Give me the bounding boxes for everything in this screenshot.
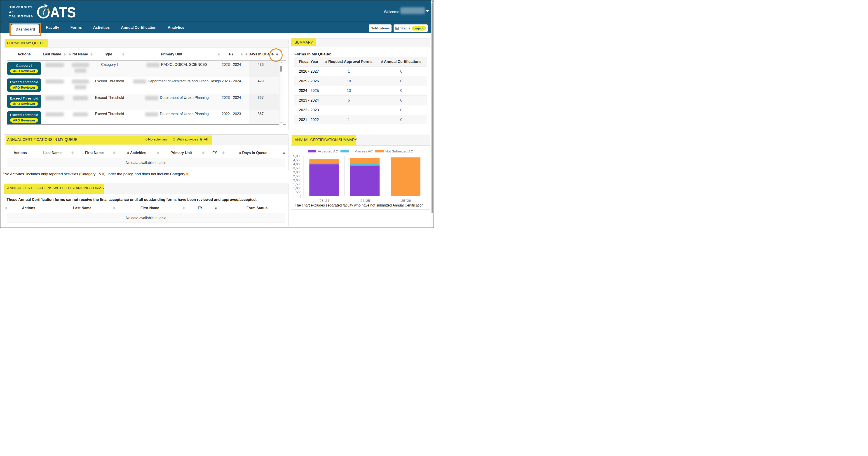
ac-outstanding-heading: ANNUAL CERTIFICATIONS WITH OUTSTANDING F… — [4, 183, 288, 194]
action-button[interactable]: Category IAPO Reviewer — [7, 62, 41, 75]
column-header-label: Primary Unit — [161, 52, 182, 56]
forms-table-body: Category IAPO ReviewerCategory IRADIOLOG… — [7, 61, 286, 125]
cell-type: Exceed Threshold — [89, 77, 130, 94]
sort-icon[interactable] — [3, 203, 8, 213]
legend-badge[interactable]: Legend — [412, 26, 426, 31]
legend-label: Not Submitted AC — [385, 149, 413, 153]
tab-activities[interactable]: Activities — [87, 25, 115, 30]
tab-faculty[interactable]: Faculty — [40, 25, 65, 30]
user-menu-caret-icon[interactable] — [426, 10, 429, 12]
radio-icon[interactable] — [173, 138, 175, 141]
summary-table-row: 2026 - 202710 — [294, 66, 427, 76]
annual-certifications-link[interactable]: 0 — [373, 67, 430, 76]
column-header-fy[interactable]: FY — [204, 148, 226, 158]
forms-table-scrollbar[interactable] — [279, 61, 283, 125]
sort-icon[interactable] — [113, 206, 115, 210]
radio-icon[interactable] — [145, 138, 148, 141]
column-header-label: # Activities — [127, 151, 146, 155]
request-approval-forms-link[interactable]: 13 — [320, 86, 377, 95]
annual-certifications-link[interactable]: 0 — [373, 115, 430, 124]
column-header-first-name[interactable]: First Name — [125, 203, 175, 213]
sort-descending-icon[interactable] — [283, 151, 285, 154]
oats-clock-icon — [37, 4, 51, 19]
column-header-last-name[interactable]: Last Name — [57, 203, 107, 213]
summary-table-row: 2022 - 202310 — [294, 105, 427, 115]
tab-annual-certification[interactable]: Annual Certification — [116, 25, 162, 30]
filter-radio-all[interactable]: All — [200, 137, 208, 141]
scrollbar-thumb[interactable] — [280, 66, 282, 72]
annual-certifications-link[interactable]: 0 — [373, 106, 430, 115]
column-header-fiscal-year: Fiscal Year — [299, 57, 318, 66]
annual-certifications-link[interactable]: 0 — [373, 76, 430, 86]
uc-wordmark: UNIVERSITY OF CALIFORNIA — [8, 5, 33, 19]
request-approval-forms-link[interactable]: 5 — [320, 96, 377, 105]
column-header--days-in-queue[interactable]: # Days in Queue — [226, 148, 280, 158]
action-button[interactable]: Exceed ThresholdAPO Reviewer — [7, 111, 41, 124]
svg-text:2,000: 2,000 — [293, 178, 301, 182]
scroll-up-icon[interactable] — [280, 62, 282, 63]
ac-outstanding-empty-row: No data available in table — [7, 213, 285, 223]
sort-icon[interactable] — [5, 206, 7, 210]
primary-unit-name: Department of Architecture and Urban Des… — [148, 79, 221, 83]
legend-label: In Process AC — [351, 149, 373, 153]
cell-fy: 2023 - 2024 — [213, 94, 249, 110]
action-button-label: Exceed Threshold — [10, 96, 38, 101]
column-header-type[interactable]: Type — [88, 48, 128, 61]
svg-text:1,500: 1,500 — [293, 182, 301, 186]
status-button[interactable]: ? Status Legend — [394, 24, 428, 32]
sort-icon[interactable] — [222, 151, 224, 154]
column-header-first-name[interactable]: First Name — [72, 148, 117, 158]
request-approval-forms-link[interactable]: 1 — [320, 67, 377, 76]
sort-icon[interactable] — [183, 206, 185, 210]
request-approval-forms-link[interactable]: 18 — [320, 76, 377, 86]
request-approval-forms-link[interactable]: 1 — [320, 115, 377, 124]
column-header-label: # Days in Queue — [239, 151, 268, 155]
cell-primary-unit: RADIOLOGICAL SCIENCES — [128, 61, 225, 77]
tab-forms[interactable]: Forms — [65, 25, 87, 30]
question-mark-icon: ? — [395, 27, 399, 30]
page-scrollbar[interactable] — [431, 0, 434, 228]
page-scrollbar-thumb[interactable] — [432, 3, 433, 213]
annual-certifications-link[interactable]: 0 — [373, 86, 430, 95]
cell-primary-unit: Department of Architecture and Urban Des… — [128, 77, 225, 94]
column-header-last-name[interactable]: Last Name — [30, 148, 75, 158]
radio-selected-icon[interactable] — [200, 138, 203, 141]
summary-table: Fiscal Year# Request Approval Forms# Ann… — [294, 57, 427, 124]
filter-radio-label: No activities — [148, 137, 167, 141]
action-button[interactable]: Exceed ThresholdAPO Reviewer — [7, 79, 41, 92]
column-header--activities[interactable]: # Activities — [114, 148, 159, 158]
legend-item[interactable]: Accepted AC — [308, 149, 338, 153]
notifications-button[interactable]: Notifications — [369, 24, 391, 32]
ac-outstanding-description: These Annual Certification forms cannot … — [6, 197, 257, 202]
legend-swatch — [308, 150, 316, 152]
filter-radio-with-activities[interactable]: With activities — [173, 137, 198, 141]
column-header-label: Actions — [22, 206, 35, 210]
cell-fy: 2022 - 2023 — [213, 110, 249, 125]
svg-text:1,000: 1,000 — [293, 187, 301, 190]
svg-text:0: 0 — [299, 194, 301, 198]
column-header-form-status[interactable]: Form Status — [232, 203, 282, 213]
tab-analytics[interactable]: Analytics — [162, 25, 190, 30]
column-header-label: Actions — [18, 52, 31, 56]
legend-item[interactable]: In Process AC — [340, 149, 373, 153]
column-header-actions[interactable]: Actions — [12, 203, 45, 213]
svg-text:5,000: 5,000 — [293, 154, 301, 158]
sort-descending-icon[interactable] — [215, 206, 217, 210]
sort-descending-icon-days-in-queue[interactable] — [281, 148, 285, 158]
scroll-down-icon[interactable] — [280, 122, 282, 123]
request-approval-forms-link[interactable]: 1 — [320, 106, 377, 115]
primary-unit-name: RADIOLOGICAL SCIENCES — [161, 63, 208, 67]
scroll-up-icon[interactable] — [432, 1, 433, 2]
column-header-primary-unit[interactable]: Primary Unit — [123, 48, 220, 61]
redacted-unit-code — [145, 96, 158, 100]
action-button[interactable]: Exceed ThresholdAPO Reviewer — [7, 95, 41, 108]
column-header-fy[interactable]: FY — [188, 203, 213, 213]
annual-certifications-link[interactable]: 0 — [373, 96, 430, 105]
redacted-first-name — [72, 79, 89, 84]
oats-logo-letters: ATS — [50, 4, 76, 19]
legend-item[interactable]: Not Submitted AC — [375, 149, 413, 153]
filter-radio-no-activities[interactable]: No activities — [145, 137, 167, 141]
redacted-first-name — [73, 112, 88, 116]
forms-table: ActionsLast NameFirst NameTypePrimary Un… — [7, 48, 286, 125]
column-header-primary-unit[interactable]: Primary Unit — [159, 148, 204, 158]
